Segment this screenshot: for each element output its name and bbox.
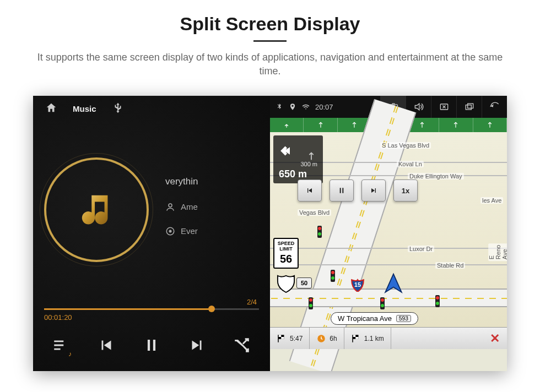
recent-apps-button[interactable] — [456, 96, 482, 118]
home-icon[interactable] — [45, 102, 57, 116]
nav-close-button[interactable]: ✕ — [483, 331, 507, 346]
svg-text:15: 15 — [354, 282, 361, 288]
progress-area: 2/4 00:01:20 — [33, 298, 270, 322]
turn-left-icon — [279, 140, 301, 162]
distance-value: 1.1 km — [364, 335, 384, 342]
interstate-shield-icon: 15 — [350, 277, 365, 292]
traffic-light-icon — [380, 297, 385, 309]
music-note-icon — [77, 190, 116, 229]
traffic-light-icon — [435, 295, 440, 307]
album-name: Ever — [181, 226, 198, 236]
svg-rect-6 — [466, 105, 471, 110]
distance-segment[interactable]: 1.1 km — [344, 328, 391, 349]
map-speed-button[interactable]: 1x — [393, 179, 418, 202]
svg-rect-11 — [281, 337, 284, 339]
navigation-panel: 20:07 S Las Ve — [270, 96, 507, 371]
street-label: Koval Ln — [397, 161, 424, 167]
duration-value: 6h — [330, 335, 337, 342]
speed-limit-sign: SPEED LIMIT 56 — [273, 238, 299, 269]
street-label: Vegas Blvd — [298, 209, 331, 216]
lane — [304, 118, 337, 132]
turn-straight-icon — [305, 150, 317, 162]
svg-rect-15 — [353, 335, 355, 337]
svg-rect-7 — [467, 104, 473, 108]
music-body: verythin Ame Ever — [33, 121, 270, 298]
bluetooth-icon — [276, 103, 283, 111]
page-header: Split Screen Display It supports the sam… — [0, 0, 540, 84]
street-label: Luxor Dr — [408, 246, 434, 252]
music-controls — [33, 322, 270, 371]
svg-rect-16 — [355, 337, 358, 339]
elapsed-time: 00:01:20 — [44, 313, 259, 322]
turn-next-distance: 300 m — [279, 161, 317, 167]
music-panel: Music verythin Ame Ever — [33, 96, 270, 371]
next-button[interactable] — [187, 336, 206, 357]
album-icon — [165, 226, 175, 236]
track-title: verythin — [165, 176, 198, 187]
prev-button[interactable] — [97, 336, 116, 357]
current-street-name: W Tropicana Ave — [338, 314, 392, 323]
map-prev-button[interactable] — [298, 179, 322, 202]
seek-knob[interactable] — [208, 306, 215, 312]
map-view[interactable]: S Las Vegas Blvd Koval Ln Duke Ellington… — [270, 132, 507, 349]
svg-point-2 — [169, 230, 172, 233]
speed-limit-value: 56 — [274, 253, 298, 265]
current-street-badge: W Tropicana Ave 593 — [331, 312, 418, 325]
seek-bar[interactable] — [44, 308, 259, 310]
traffic-light-icon — [317, 226, 322, 238]
map-next-button[interactable] — [361, 179, 386, 202]
turn-distance: 650 m — [279, 168, 317, 180]
close-app-button[interactable] — [431, 96, 456, 118]
split-screen-device: Music verythin Ame Ever — [33, 96, 507, 371]
pause-button[interactable] — [142, 336, 161, 357]
street-label: Duke Ellington Way — [408, 173, 464, 179]
seek-fill — [44, 308, 212, 310]
nav-bottom-bar: 5:47 6h 1.1 km ✕ — [270, 327, 507, 349]
wifi-icon — [302, 103, 310, 111]
road-minor — [270, 264, 507, 265]
artist-name: Ame — [181, 202, 198, 211]
route-shield-number: 50 — [296, 277, 312, 288]
street-label: les Ave — [480, 197, 503, 204]
usb-icon[interactable] — [112, 102, 124, 116]
track-index: 2/4 — [44, 298, 259, 306]
eta-value: 5:47 — [290, 335, 303, 342]
traffic-light-icon — [309, 297, 313, 309]
duration-segment[interactable]: 6h — [310, 328, 344, 349]
location-icon — [289, 103, 296, 111]
current-street-ref: 593 — [396, 315, 411, 322]
street-label: S Las Vegas Blvd — [380, 142, 431, 149]
artist-icon — [165, 202, 175, 212]
street-label: Stable Rd — [435, 262, 465, 269]
album-row: Ever — [165, 219, 198, 243]
page-title: Split Screen Display — [22, 13, 518, 35]
divider — [253, 40, 287, 42]
lane — [270, 118, 304, 132]
turn-instruction: 300 m 650 m — [273, 135, 323, 183]
svg-point-0 — [169, 204, 172, 207]
street-label: E Reno Ave — [488, 243, 507, 261]
map-media-controls: 1x — [298, 179, 418, 202]
music-app-label: Music — [73, 104, 96, 113]
vehicle-marker — [381, 272, 406, 298]
page-subtitle: It supports the same screen display of t… — [33, 51, 507, 78]
flag-icon — [277, 334, 287, 344]
artist-row: Ame — [165, 195, 198, 219]
flag-icon — [351, 334, 361, 344]
music-topbar: Music — [33, 96, 270, 121]
clock: 20:07 — [315, 103, 333, 111]
road-minor — [270, 248, 507, 249]
route-shield-icon — [277, 273, 295, 293]
shuffle-button[interactable] — [233, 336, 251, 357]
eta-segment[interactable]: 5:47 — [270, 328, 310, 349]
lane — [439, 118, 473, 132]
map-pause-button[interactable] — [330, 179, 354, 202]
clock-icon — [316, 334, 326, 344]
traffic-light-icon — [331, 270, 335, 282]
album-disc — [44, 157, 149, 262]
back-button[interactable] — [482, 96, 507, 118]
playlist-button[interactable] — [52, 336, 71, 357]
track-meta: verythin Ame Ever — [165, 176, 198, 243]
svg-rect-10 — [278, 335, 281, 337]
lane — [473, 118, 507, 132]
